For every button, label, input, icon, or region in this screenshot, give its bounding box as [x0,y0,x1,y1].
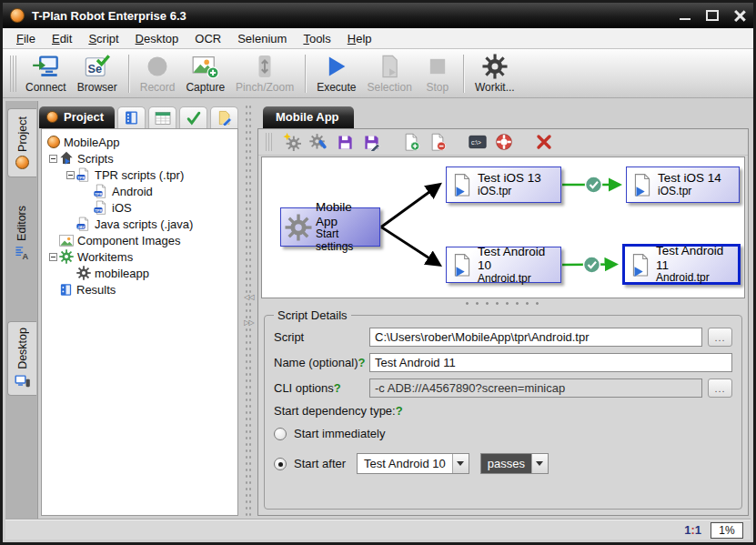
cli-options-label: CLI options? [274,381,369,395]
menu-ocr[interactable]: OCR [186,29,229,48]
vertical-splitter[interactable]: ◁◁ ▷▷ [240,104,257,516]
chevron-down-icon[interactable] [452,454,469,473]
side-tab-editors[interactable]: EditorsA [7,203,36,263]
chevron-down-icon[interactable] [531,454,548,473]
tab-table[interactable] [148,106,176,128]
side-tab-label: Editors [15,206,28,241]
toolbar-grip[interactable] [10,56,16,92]
script-browse-button[interactable]: ... [708,328,732,347]
tab-project[interactable]: Project [39,106,115,128]
workflow-node-ios14[interactable]: Test iOS 14iOS.tpr [626,167,740,203]
execute-button[interactable]: Execute [311,51,361,96]
record-icon [145,54,170,79]
tree-item-scripts[interactable]: Scripts [44,150,236,167]
dependency-help-icon[interactable]: ? [396,404,403,418]
start-after-label: Start after [294,457,346,470]
java-doc-icon: JAV [76,217,91,231]
add-script-button[interactable] [401,132,421,152]
horizontal-splitter[interactable] [258,298,748,308]
tree-item-label: Workitems [77,250,133,264]
workflow-toolbar: c:\> [258,129,748,156]
start-after-script-combo[interactable]: Test Android 10 [357,453,469,474]
cli-browse-button[interactable]: ... [708,378,732,398]
svg-text:c:\>: c:\> [471,139,481,146]
start-immediately-radio[interactable] [274,428,287,440]
main-panel: Mobile App c:\> Mobile AppStart settings… [257,104,749,516]
help-button[interactable] [494,132,514,152]
save-as-button[interactable] [361,132,381,152]
tree-item-android[interactable]: TPRAndroid [44,183,236,199]
cli-help-icon[interactable]: ? [334,381,341,395]
new-workitem-button[interactable] [282,132,302,152]
project-tab-row: Project [39,104,240,128]
maximize-button[interactable] [706,10,719,21]
new-workitem-icon [283,133,301,151]
workflow-node-android11[interactable]: Test Android 11Android.tpr [622,244,741,285]
cli-button[interactable]: c:\> [468,132,488,152]
splitter-collapse-left-icon[interactable]: ◁◁ [241,293,257,301]
script-doc-icon [450,253,474,277]
menu-help[interactable]: Help [339,29,380,48]
tree-expander-icon[interactable] [66,171,75,179]
menu-selenium[interactable]: Selenium [229,29,295,48]
side-tab-strip: ProjectEditorsADesktop [5,101,38,520]
name-label: Name (optional)? [274,356,369,369]
delete-button[interactable] [534,132,554,152]
menu-script[interactable]: Script [80,29,126,48]
workflow-node-android10[interactable]: Test Android 10Android.tpr [446,247,561,283]
browser-icon: Se [84,54,111,79]
tab-mobile-app[interactable]: Mobile App [263,106,354,128]
script-doc-icon [629,253,652,277]
start-after-radio[interactable] [274,458,287,470]
app-icon [47,136,60,148]
mobile-app-tab-label: Mobile App [276,110,339,124]
script-path-input[interactable] [369,328,702,347]
delete-icon [536,134,552,150]
menu-tools[interactable]: Tools [295,29,338,48]
node-title: Test Android 10 [478,245,557,273]
tab-edit[interactable] [210,106,238,128]
minimize-button[interactable] [679,10,691,21]
menu-file[interactable]: File [8,29,44,48]
tree-item-workitems[interactable]: Workitems [44,248,236,265]
start-after-condition-combo[interactable]: passes [480,453,549,474]
name-help-icon[interactable]: ? [358,356,366,369]
splitter-collapse-right-icon[interactable]: ▷▷ [241,318,257,327]
remove-script-button[interactable] [428,132,448,152]
side-tab-project[interactable]: Project [7,108,36,177]
node-subtitle: Start settings [316,228,376,254]
workitems-icon [482,54,508,79]
tree-item-mobileapp[interactable]: mobileapp [44,265,236,281]
tab-notebook[interactable] [117,106,146,128]
tree-expander-icon[interactable] [49,155,57,163]
tree-item-mobileapp[interactable]: MobileApp [44,134,236,150]
connect-button[interactable]: Connect [20,51,72,96]
menu-desktop[interactable]: Desktop [127,29,187,48]
tree-item-results[interactable]: Results [44,281,236,298]
workit--button[interactable]: Workit... [469,51,520,96]
title-bar: T-Plan Robot Enterprise 6.3 [3,3,753,28]
side-tab-desktop[interactable]: Desktop [7,321,36,396]
tab-check[interactable] [179,106,207,128]
svg-text:JAV: JAV [77,225,85,229]
node-subtitle: Android.tpr [656,272,734,285]
tree-expander-icon[interactable] [49,253,57,261]
tree-item-java-scripts-java-[interactable]: JAVJava scripts (.java) [44,216,236,232]
name-input[interactable] [369,353,732,372]
add-script-icon [402,133,420,151]
workflow-toolbar-grip[interactable] [266,133,272,151]
configure-workitem-button[interactable] [308,132,328,152]
close-button[interactable] [733,10,746,21]
workflow-node-start[interactable]: Mobile AppStart settings [280,207,380,247]
browser-button[interactable]: SeBrowser [72,51,123,96]
tree-item-tpr-scripts-tpr-[interactable]: TPRTPR scripts (.tpr) [44,167,236,183]
workflow-node-ios13[interactable]: Test iOS 13iOS.tpr [446,167,561,203]
tree-item-ios[interactable]: TPRiOS [44,199,236,216]
script-doc-icon [450,173,474,197]
capture-button[interactable]: Capture [180,51,230,96]
save-button[interactable] [335,132,355,152]
menu-edit[interactable]: Edit [44,29,80,48]
workflow-canvas[interactable]: Mobile AppStart settingsTest iOS 13iOS.t… [261,156,745,298]
tree-item-component-images[interactable]: Component Images [44,232,236,248]
cpu-load-indicator[interactable]: 1% [711,522,743,539]
